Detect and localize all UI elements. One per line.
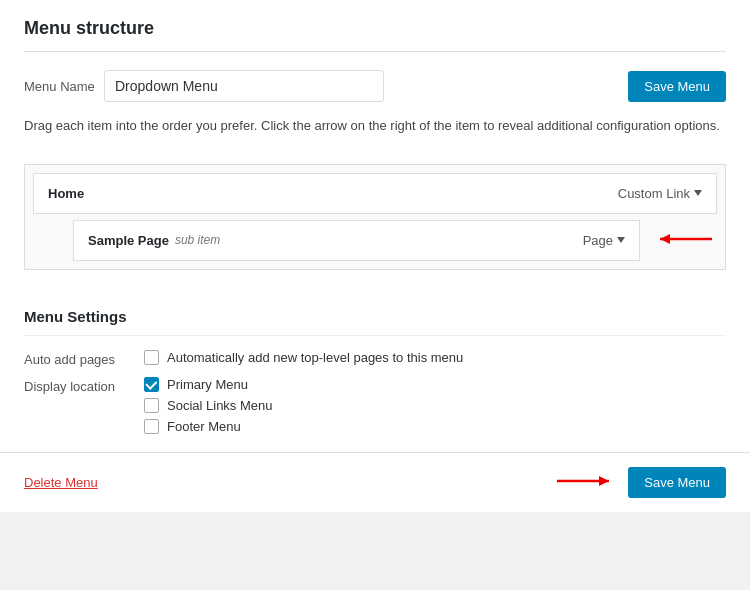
save-menu-button-top[interactable]: Save Menu — [628, 71, 726, 102]
primary-menu-text: Primary Menu — [167, 377, 248, 392]
menu-item-sample-page[interactable]: Sample Page sub item Page — [73, 220, 640, 261]
footer-right: Save Menu — [553, 467, 726, 498]
bottom-arrow-annotation — [553, 469, 618, 496]
settings-title: Menu Settings — [24, 308, 726, 336]
chevron-down-icon[interactable] — [694, 190, 702, 196]
menu-item-sample-page-subtitle: sub item — [175, 233, 220, 247]
chevron-down-icon-sub[interactable] — [617, 237, 625, 243]
auto-add-pages-text: Automatically add new top-level pages to… — [167, 350, 463, 365]
primary-menu-option[interactable]: Primary Menu — [144, 377, 273, 392]
menu-name-input[interactable] — [104, 70, 384, 102]
primary-menu-checkbox[interactable] — [144, 377, 159, 392]
footer-menu-checkbox[interactable] — [144, 419, 159, 434]
auto-add-pages-checkbox[interactable] — [144, 350, 159, 365]
auto-add-pages-option[interactable]: Automatically add new top-level pages to… — [144, 350, 463, 365]
menu-item-home[interactable]: Home Custom Link — [33, 173, 717, 214]
display-location-label: Display location — [24, 377, 144, 394]
auto-add-pages-row: Auto add pages Automatically add new top… — [24, 350, 726, 367]
arrow-annotation — [652, 227, 717, 254]
social-links-menu-text: Social Links Menu — [167, 398, 273, 413]
auto-add-pages-label: Auto add pages — [24, 350, 144, 367]
save-menu-button-bottom[interactable]: Save Menu — [628, 467, 726, 498]
drag-instruction: Drag each item into the order you prefer… — [24, 116, 726, 136]
footer-menu-option[interactable]: Footer Menu — [144, 419, 273, 434]
footer-menu-text: Footer Menu — [167, 419, 241, 434]
menu-item-sample-page-type: Page — [583, 233, 625, 248]
svg-marker-3 — [599, 476, 609, 486]
display-location-row: Display location Primary Menu Social Lin… — [24, 377, 726, 434]
menu-items-area: Home Custom Link Sample Page sub item Pa… — [24, 164, 726, 270]
menu-name-label: Menu Name — [24, 79, 94, 94]
menu-item-home-type: Custom Link — [618, 186, 702, 201]
page-title: Menu structure — [24, 18, 726, 52]
footer-bar: Delete Menu Save Menu — [0, 452, 750, 512]
social-links-menu-option[interactable]: Social Links Menu — [144, 398, 273, 413]
menu-item-sample-page-title: Sample Page — [88, 233, 169, 248]
menu-item-home-title: Home — [48, 186, 84, 201]
svg-marker-1 — [660, 234, 670, 244]
social-links-menu-checkbox[interactable] — [144, 398, 159, 413]
delete-menu-button[interactable]: Delete Menu — [24, 475, 98, 490]
